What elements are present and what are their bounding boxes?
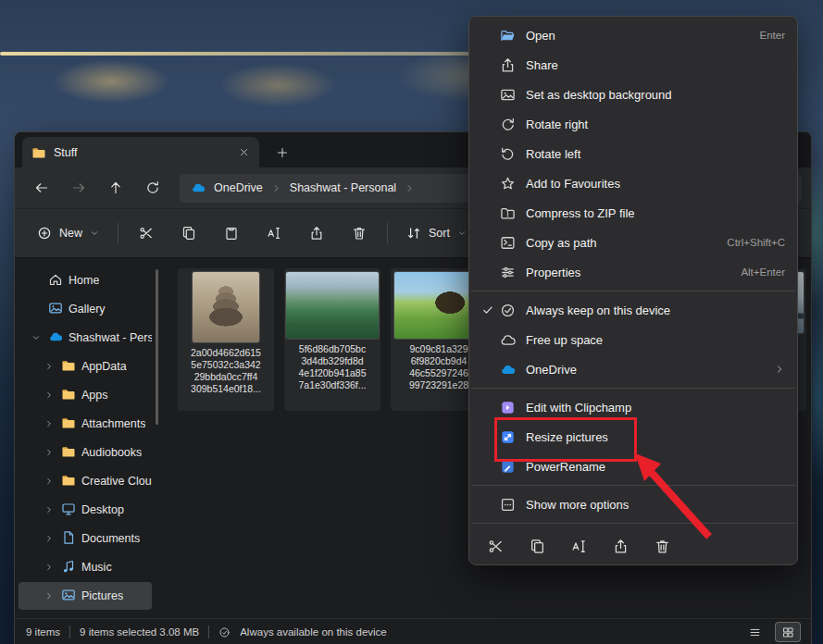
cut-quick-button[interactable] (485, 536, 505, 556)
paste-button[interactable] (213, 217, 250, 249)
menu-item-properties[interactable]: PropertiesAlt+Enter (474, 257, 792, 287)
sidebar-item-creative-clou[interactable]: Creative Clou (19, 467, 152, 495)
sidebar-item-home[interactable]: Home (19, 266, 152, 294)
sidebar-item-label: Apps (81, 389, 108, 402)
menu-item-label: Compress to ZIP file (526, 206, 785, 220)
file-name-line: 4e1f20b941a85 (299, 367, 367, 379)
share-icon (500, 57, 526, 73)
chevron-right-icon[interactable] (44, 362, 56, 371)
menu-item-always-keep-on-this-device[interactable]: Always keep on this device (474, 295, 792, 325)
toolbar-separator (387, 223, 388, 243)
menu-item-onedrive[interactable]: OneDrive (474, 354, 792, 384)
chevron-down-icon[interactable] (31, 333, 43, 342)
menu-item-set-as-desktop-background[interactable]: Set as desktop background (474, 80, 792, 109)
sidebar-item-label: Home (69, 274, 99, 287)
chevron-right-icon[interactable] (44, 419, 56, 428)
new-button[interactable]: New (28, 219, 108, 247)
file-tile-rocks[interactable]: 2a00d4662d6155e75032c3a34229bbda0cc7ff43… (178, 268, 274, 411)
copy-button[interactable] (170, 217, 207, 249)
delete-button[interactable] (341, 217, 378, 249)
up-button[interactable] (100, 173, 131, 203)
folder-icon (61, 473, 76, 490)
file-name-line: 5f6d86db705bc (299, 343, 366, 355)
folder-icon (61, 444, 76, 462)
sidebar-item-label: Music (81, 561, 112, 574)
menu-item-show-more-options[interactable]: Show more options (474, 489, 792, 519)
chevron-right-icon[interactable] (44, 563, 56, 572)
chevron-right-icon[interactable] (44, 505, 56, 514)
file-tile-green-lake[interactable]: 5f6d86db705bc3d4db329fd8d4e1f20b941a857a… (284, 268, 380, 411)
menu-item-open[interactable]: OpenEnter (474, 20, 792, 50)
delete-quick-button[interactable] (652, 536, 672, 556)
sidebar-item-attachments[interactable]: Attachments (19, 410, 152, 438)
back-button[interactable] (26, 173, 57, 203)
sidebar-item-desktop[interactable]: Desktop (19, 496, 152, 524)
context-menu: OpenEnterShareSet as desktop backgroundR… (468, 16, 798, 565)
file-name-line: 46c55297246 (409, 367, 468, 379)
folder-icon (31, 145, 46, 160)
menu-item-resize-pictures[interactable]: Resize pictures (474, 422, 792, 452)
new-tab-button[interactable] (276, 146, 289, 159)
chevron-down-icon (90, 229, 99, 238)
share-quick-button[interactable] (610, 536, 630, 556)
chevron-right-icon[interactable] (44, 448, 56, 457)
chevron-right-icon[interactable] (44, 390, 56, 400)
menu-item-label: Rotate left (526, 147, 785, 161)
menu-item-compress-to-zip-file[interactable]: Compress to ZIP file (474, 198, 792, 228)
breadcrumb-shashwat-personal[interactable]: Shashwat - Personal (290, 181, 396, 194)
menu-item-label: Open (526, 29, 749, 43)
sidebar-item-shashwat-pers[interactable]: Shashwat - Pers (19, 324, 152, 352)
star-icon (500, 176, 526, 192)
menu-item-share[interactable]: Share (474, 50, 792, 80)
breadcrumb-onedrive[interactable]: OneDrive (214, 181, 263, 194)
thumbnail-view-button[interactable] (776, 623, 800, 641)
file-name-line: 7a1e30df336f... (299, 379, 367, 391)
sidebar-item-gallery[interactable]: Gallery (19, 295, 152, 323)
sidebar-item-appdata[interactable]: AppData (19, 353, 152, 380)
context-menu-items: OpenEnterShareSet as desktop backgroundR… (469, 20, 797, 524)
sidebar-item-documents[interactable]: Documents (19, 525, 152, 552)
menu-item-add-to-favourites[interactable]: Add to Favourites (474, 168, 792, 198)
menu-item-rotate-right[interactable]: Rotate right (474, 109, 792, 139)
chevron-right-icon[interactable] (44, 477, 56, 486)
menu-item-label: Resize pictures (526, 430, 785, 444)
refresh-button[interactable] (137, 173, 168, 203)
sidebar-item-label: Creative Clou (81, 475, 152, 488)
menu-item-copy-as-path[interactable]: Copy as pathCtrl+Shift+C (474, 228, 792, 257)
menu-item-shortcut: Ctrl+Shift+C (727, 237, 785, 248)
file-thumbnail-green-lake (286, 272, 379, 339)
gallery-icon (48, 301, 63, 318)
status-bar: 9 items 9 items selected 3.08 MB Always … (15, 618, 811, 644)
chevron-right-icon[interactable] (44, 591, 56, 601)
chevron-down-icon (457, 229, 467, 238)
share-button[interactable] (298, 217, 335, 249)
copy-quick-button[interactable] (527, 536, 547, 556)
sidebar-item-audiobooks[interactable]: Audiobooks (19, 439, 152, 466)
sidebar-item-label: AppData (81, 360, 127, 373)
rename-quick-button[interactable] (568, 536, 589, 556)
chevron-right-icon (405, 183, 415, 193)
sidebar-item-label: Desktop (81, 503, 124, 516)
menu-separator (471, 523, 795, 524)
menu-item-edit-with-clipchamp[interactable]: Edit with Clipchamp (474, 392, 792, 422)
sidebar-item-label: Pictures (81, 589, 123, 602)
menu-item-powerrename[interactable]: PowerRename (474, 452, 792, 481)
forward-button[interactable] (63, 173, 94, 203)
chevron-right-icon[interactable] (44, 534, 56, 543)
selection-summary: 9 items selected 3.08 MB (80, 626, 199, 638)
rename-button[interactable] (256, 217, 293, 249)
menu-separator (471, 388, 795, 389)
details-view-button[interactable] (742, 623, 767, 641)
menu-item-free-up-space[interactable]: Free up space (474, 325, 792, 354)
menu-item-rotate-left[interactable]: Rotate left (474, 139, 792, 168)
cut-button[interactable] (128, 217, 165, 249)
sidebar-item-music[interactable]: Music (19, 553, 152, 581)
tab-close-icon[interactable] (238, 146, 250, 158)
sidebar-scrollbar[interactable] (156, 269, 158, 425)
availability-status: Always available on this device (240, 626, 387, 638)
explorer-tab-stuff[interactable]: Stuff (22, 137, 259, 167)
sidebar-item-pictures[interactable]: Pictures (19, 582, 152, 610)
sidebar-item-apps[interactable]: Apps (19, 381, 152, 409)
plus-circle-icon (37, 226, 52, 241)
sort-button[interactable]: Sort (397, 219, 476, 247)
